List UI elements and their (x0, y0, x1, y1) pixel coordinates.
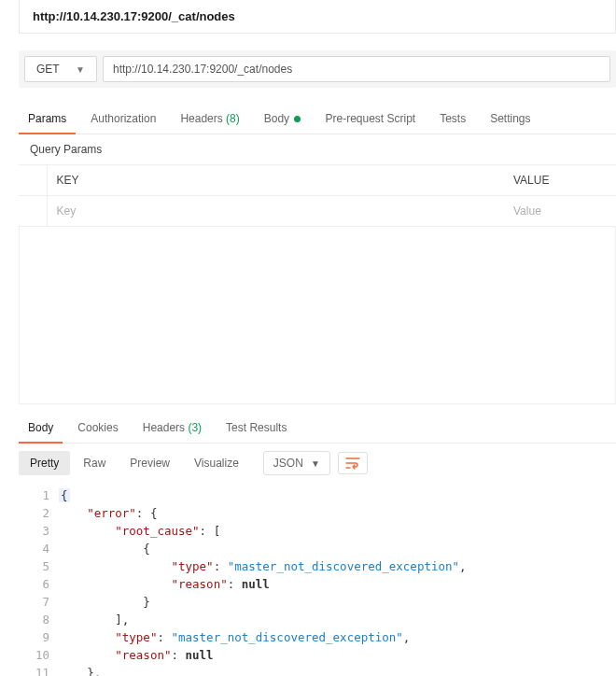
tab-headers[interactable]: Headers (8) (171, 105, 248, 134)
query-params-header: Query Params (19, 134, 616, 165)
tab-params[interactable]: Params (19, 105, 76, 134)
resp-tab-headers-count: (3) (188, 421, 202, 434)
params-empty-area (19, 227, 616, 404)
request-row: GET ▼ http://10.14.230.17:9200/_cat/node… (19, 50, 616, 88)
http-method-label: GET (36, 63, 60, 76)
request-title: http://10.14.230.17:9200/_cat/nodes (19, 0, 616, 34)
resp-tab-body[interactable]: Body (19, 414, 63, 444)
tab-headers-count: (8) (226, 112, 240, 125)
line-number: 4 (35, 540, 49, 557)
view-visualize-button[interactable]: Visualize (183, 451, 250, 475)
query-params-table: KEY VALUE Key Value (19, 165, 616, 227)
resp-tab-headers[interactable]: Headers (3) (133, 414, 211, 443)
col-key-header: KEY (47, 165, 504, 196)
dot-icon (294, 116, 301, 122)
view-pretty-button[interactable]: Pretty (19, 451, 70, 475)
line-number: 8 (35, 611, 49, 628)
response-body-code[interactable]: 12345678910111213 { "error": { "root_cau… (19, 483, 616, 676)
view-raw-button[interactable]: Raw (72, 451, 117, 475)
wrap-lines-button[interactable] (338, 452, 368, 474)
http-method-select[interactable]: GET ▼ (24, 56, 97, 82)
chevron-down-icon: ▼ (76, 64, 85, 75)
request-tabs: Params Authorization Headers (8) Body Pr… (19, 105, 616, 134)
tab-body[interactable]: Body (255, 105, 311, 134)
tab-tests[interactable]: Tests (430, 105, 475, 134)
resp-tab-cookies[interactable]: Cookies (68, 414, 127, 443)
key-input[interactable]: Key (47, 196, 504, 227)
wrap-icon (345, 457, 360, 470)
line-gutter: 12345678910111213 (19, 486, 59, 676)
line-number: 2 (35, 504, 49, 522)
tab-headers-label: Headers (180, 112, 222, 125)
response-tabs: Body Cookies Headers (3) Test Results (19, 414, 616, 444)
line-number: 7 (35, 593, 49, 611)
line-number: 11 (35, 664, 49, 676)
line-number: 10 (35, 646, 49, 664)
response-toolbar: Pretty Raw Preview Visualize JSON ▼ (19, 444, 616, 483)
table-row[interactable]: Key Value (19, 196, 616, 227)
line-number: 5 (35, 557, 49, 575)
format-label: JSON (273, 457, 303, 470)
code-lines: { "error": { "root_cause": [ { "type": "… (59, 486, 616, 676)
tab-authorization[interactable]: Authorization (81, 105, 165, 134)
view-preview-button[interactable]: Preview (119, 451, 181, 475)
line-number: 1 (35, 486, 49, 504)
tab-settings[interactable]: Settings (481, 105, 539, 134)
col-value-header: VALUE (504, 165, 616, 196)
resp-tab-test-results[interactable]: Test Results (217, 414, 296, 443)
tab-body-label: Body (264, 112, 289, 125)
chevron-down-icon: ▼ (311, 458, 320, 469)
line-number: 9 (35, 628, 49, 646)
line-number: 6 (35, 575, 49, 593)
resp-tab-headers-label: Headers (143, 421, 185, 434)
table-header-row: KEY VALUE (19, 165, 616, 196)
url-input[interactable]: http://10.14.230.17:9200/_cat/nodes (103, 56, 610, 82)
tab-prerequest[interactable]: Pre-request Script (315, 105, 425, 134)
value-input[interactable]: Value (504, 196, 616, 227)
header-gutter (19, 165, 47, 196)
format-select[interactable]: JSON ▼ (263, 451, 330, 475)
line-number: 3 (35, 522, 49, 540)
row-gutter (19, 196, 47, 227)
